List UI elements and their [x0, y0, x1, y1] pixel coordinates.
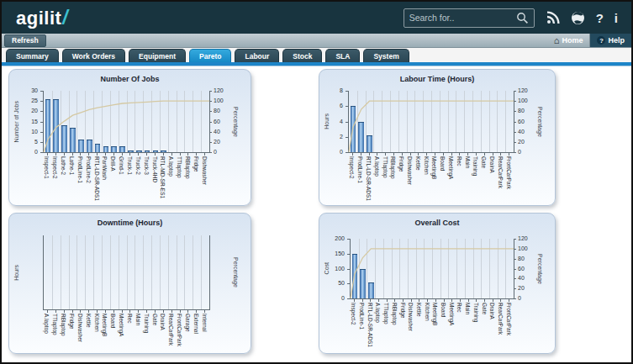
x-category-label: Main: [135, 314, 142, 325]
search-input[interactable]: Search for..: [404, 8, 535, 28]
x-category-label: A.laptop: [167, 156, 175, 177]
x-category-label: A.laptop: [373, 156, 381, 177]
x-category-label: RearCarPark: [497, 303, 504, 335]
y2-tick-mark: [209, 91, 212, 92]
gridline: [85, 235, 86, 309]
x-tick-mark: [459, 153, 460, 156]
x-tick-mark: [467, 153, 468, 156]
y2-tick-label: 20: [214, 139, 220, 145]
x-tick-mark: [163, 153, 164, 156]
gridline: [177, 235, 177, 309]
x-category-label: Kettle: [85, 314, 92, 328]
x-category-label: A.laptop: [43, 314, 50, 334]
x-category-label: Kitchen: [424, 303, 431, 321]
tab-work-orders[interactable]: Work Orders: [62, 49, 125, 62]
x-tick-mark: [509, 153, 509, 156]
x-tick-mark: [418, 153, 419, 156]
y2-tick-mark: [514, 111, 516, 112]
x-category-label: TTlaptop: [382, 303, 390, 324]
x-tick-mark: [403, 299, 404, 302]
x-tick-mark: [155, 310, 156, 313]
x-category-label: RBlaptop: [184, 156, 192, 179]
header-icon-group: ? i: [546, 11, 618, 25]
x-tick-mark: [105, 310, 106, 313]
tab-summary[interactable]: Summary: [6, 49, 59, 62]
x-tick-mark: [394, 299, 395, 302]
y2-tick-label: 40: [518, 275, 525, 282]
x-category-label: MeetingB: [101, 314, 108, 336]
y-tick-mark: [40, 101, 43, 102]
tab-sla[interactable]: SLA: [325, 49, 360, 62]
y-tick-mark: [346, 152, 348, 153]
chart-title: Labour Time (Hours): [319, 75, 555, 83]
x-category-label: Garage: [184, 314, 192, 332]
x-tick-mark: [196, 310, 197, 313]
gridline: [102, 235, 103, 309]
x-tick-mark: [378, 299, 379, 302]
home-button[interactable]: ⌂ Home: [547, 34, 590, 47]
y-tick-mark: [347, 269, 350, 270]
x-category-label: Drill-A: [109, 156, 117, 171]
tab-pareto[interactable]: Pareto: [189, 49, 231, 62]
y2-tick-mark: [514, 91, 516, 92]
x-category-label: Rec: [126, 314, 134, 324]
x-category-label: ProdLine-2: [85, 156, 92, 183]
tab-system[interactable]: System: [363, 49, 409, 62]
dashboard-content: Number Of Jobs05101520253002040608010012…: [2, 66, 631, 362]
x-category-label: Rec: [456, 303, 463, 313]
help-icon: ?: [597, 36, 605, 45]
y2-tick-label: 120: [214, 87, 224, 94]
question-icon[interactable]: ?: [596, 12, 604, 24]
pareto-cumulative-line: [349, 91, 514, 152]
x-tick-mark: [47, 153, 48, 156]
y2-tick-label: 120: [518, 235, 528, 242]
home-label: Home: [562, 36, 583, 45]
gridline: [69, 235, 70, 309]
y-tick-mark: [40, 152, 43, 153]
x-tick-mark: [122, 310, 123, 313]
info-icon[interactable]: i: [615, 12, 618, 24]
globe-icon[interactable]: [571, 11, 585, 25]
gridline: [184, 235, 185, 309]
rss-icon[interactable]: [546, 11, 560, 24]
x-tick-mark: [64, 153, 65, 156]
tab-stock[interactable]: Stock: [282, 49, 322, 62]
x-category-label: Grind-1: [118, 156, 125, 175]
x-tick-mark: [64, 310, 65, 313]
x-tick-mark: [80, 153, 81, 156]
y2-tick-mark: [514, 249, 516, 250]
x-tick-mark: [451, 299, 452, 302]
y2-tick-mark: [514, 101, 516, 102]
x-category-label: Lathe-1: [68, 156, 76, 175]
x-category-label: Gate: [480, 156, 488, 168]
x-category-label: Internal: [201, 314, 208, 332]
y-tick-mark: [347, 283, 350, 284]
x-tick-mark: [72, 310, 73, 313]
x-category-label: TTlaptop: [176, 156, 183, 178]
x-tick-mark: [72, 153, 73, 156]
x-category-label: DrainA: [488, 303, 496, 319]
x-category-label: RearCarPark: [167, 314, 175, 346]
help-button[interactable]: ? Help: [590, 34, 631, 47]
chart-panel-downtime-hours: Downtime (Hours)A.laptopTTlaptopRBlaptop…: [8, 213, 251, 354]
x-category-label: Lathe-2: [60, 156, 67, 175]
tab-labour[interactable]: Labour: [235, 49, 279, 62]
x-category-label: Fridge: [193, 156, 200, 171]
x-tick-mark: [55, 153, 56, 156]
x-tick-mark: [509, 299, 509, 302]
x-tick-mark: [419, 299, 419, 302]
home-icon: ⌂: [554, 36, 560, 45]
x-category-label: External: [193, 314, 200, 334]
tab-equipment[interactable]: Equipment: [129, 49, 186, 62]
gridline: [93, 235, 94, 309]
logo-slash-icon: /: [62, 7, 68, 29]
refresh-button[interactable]: Refresh: [4, 34, 46, 47]
x-tick-mark: [362, 299, 363, 302]
gridline: [52, 235, 53, 309]
search-icon[interactable]: [516, 12, 529, 24]
y2-tick-label: 80: [214, 108, 220, 114]
toolbar-right-group: ⌂ Home ? Help: [547, 34, 631, 47]
x-category-label: FrontCarPark: [505, 156, 513, 189]
x-tick-mark: [204, 153, 205, 156]
x-tick-mark: [113, 153, 114, 156]
